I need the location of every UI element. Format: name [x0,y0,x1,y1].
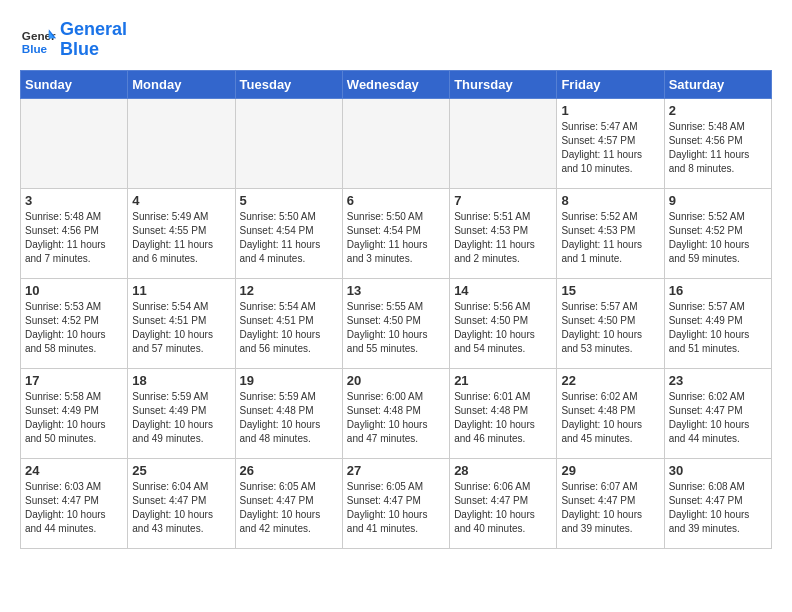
calendar-cell: 9Sunrise: 5:52 AM Sunset: 4:52 PM Daylig… [664,188,771,278]
day-info: Sunrise: 5:47 AM Sunset: 4:57 PM Dayligh… [561,120,659,176]
calendar-cell: 23Sunrise: 6:02 AM Sunset: 4:47 PM Dayli… [664,368,771,458]
calendar-cell [21,98,128,188]
day-number: 26 [240,463,338,478]
calendar-cell: 24Sunrise: 6:03 AM Sunset: 4:47 PM Dayli… [21,458,128,548]
day-number: 13 [347,283,445,298]
calendar-table: SundayMondayTuesdayWednesdayThursdayFrid… [20,70,772,549]
day-info: Sunrise: 5:48 AM Sunset: 4:56 PM Dayligh… [669,120,767,176]
day-info: Sunrise: 5:58 AM Sunset: 4:49 PM Dayligh… [25,390,123,446]
weekday-header-sunday: Sunday [21,70,128,98]
weekday-header-wednesday: Wednesday [342,70,449,98]
day-number: 28 [454,463,552,478]
calendar-cell: 17Sunrise: 5:58 AM Sunset: 4:49 PM Dayli… [21,368,128,458]
day-info: Sunrise: 5:56 AM Sunset: 4:50 PM Dayligh… [454,300,552,356]
weekday-header-friday: Friday [557,70,664,98]
day-number: 10 [25,283,123,298]
calendar-cell: 14Sunrise: 5:56 AM Sunset: 4:50 PM Dayli… [450,278,557,368]
calendar-cell: 11Sunrise: 5:54 AM Sunset: 4:51 PM Dayli… [128,278,235,368]
day-number: 9 [669,193,767,208]
calendar-cell: 19Sunrise: 5:59 AM Sunset: 4:48 PM Dayli… [235,368,342,458]
calendar-cell: 21Sunrise: 6:01 AM Sunset: 4:48 PM Dayli… [450,368,557,458]
calendar-cell: 10Sunrise: 5:53 AM Sunset: 4:52 PM Dayli… [21,278,128,368]
day-info: Sunrise: 6:02 AM Sunset: 4:47 PM Dayligh… [669,390,767,446]
logo-text-line2: Blue [60,40,127,60]
day-info: Sunrise: 6:06 AM Sunset: 4:47 PM Dayligh… [454,480,552,536]
calendar-cell: 2Sunrise: 5:48 AM Sunset: 4:56 PM Daylig… [664,98,771,188]
calendar-cell: 3Sunrise: 5:48 AM Sunset: 4:56 PM Daylig… [21,188,128,278]
calendar-cell: 13Sunrise: 5:55 AM Sunset: 4:50 PM Dayli… [342,278,449,368]
day-info: Sunrise: 6:07 AM Sunset: 4:47 PM Dayligh… [561,480,659,536]
day-number: 5 [240,193,338,208]
day-number: 24 [25,463,123,478]
day-number: 18 [132,373,230,388]
day-info: Sunrise: 5:52 AM Sunset: 4:53 PM Dayligh… [561,210,659,266]
day-number: 29 [561,463,659,478]
calendar-cell: 18Sunrise: 5:59 AM Sunset: 4:49 PM Dayli… [128,368,235,458]
day-info: Sunrise: 6:08 AM Sunset: 4:47 PM Dayligh… [669,480,767,536]
day-info: Sunrise: 5:49 AM Sunset: 4:55 PM Dayligh… [132,210,230,266]
calendar-cell: 29Sunrise: 6:07 AM Sunset: 4:47 PM Dayli… [557,458,664,548]
weekday-header-tuesday: Tuesday [235,70,342,98]
day-number: 20 [347,373,445,388]
day-info: Sunrise: 5:50 AM Sunset: 4:54 PM Dayligh… [240,210,338,266]
calendar-cell: 25Sunrise: 6:04 AM Sunset: 4:47 PM Dayli… [128,458,235,548]
svg-text:Blue: Blue [22,41,48,54]
calendar-cell [235,98,342,188]
weekday-header-saturday: Saturday [664,70,771,98]
weekday-header-monday: Monday [128,70,235,98]
logo: General Blue General Blue [20,20,127,60]
calendar-cell: 28Sunrise: 6:06 AM Sunset: 4:47 PM Dayli… [450,458,557,548]
day-info: Sunrise: 5:48 AM Sunset: 4:56 PM Dayligh… [25,210,123,266]
day-number: 21 [454,373,552,388]
day-info: Sunrise: 6:03 AM Sunset: 4:47 PM Dayligh… [25,480,123,536]
calendar-cell: 12Sunrise: 5:54 AM Sunset: 4:51 PM Dayli… [235,278,342,368]
day-number: 15 [561,283,659,298]
calendar-cell: 27Sunrise: 6:05 AM Sunset: 4:47 PM Dayli… [342,458,449,548]
page-header: General Blue General Blue [20,20,772,60]
day-info: Sunrise: 5:51 AM Sunset: 4:53 PM Dayligh… [454,210,552,266]
day-number: 16 [669,283,767,298]
day-info: Sunrise: 5:50 AM Sunset: 4:54 PM Dayligh… [347,210,445,266]
day-info: Sunrise: 5:54 AM Sunset: 4:51 PM Dayligh… [132,300,230,356]
day-number: 25 [132,463,230,478]
calendar-cell: 30Sunrise: 6:08 AM Sunset: 4:47 PM Dayli… [664,458,771,548]
day-number: 7 [454,193,552,208]
day-number: 2 [669,103,767,118]
day-info: Sunrise: 6:02 AM Sunset: 4:48 PM Dayligh… [561,390,659,446]
day-number: 27 [347,463,445,478]
day-number: 22 [561,373,659,388]
calendar-cell: 8Sunrise: 5:52 AM Sunset: 4:53 PM Daylig… [557,188,664,278]
calendar-cell [128,98,235,188]
calendar-cell [450,98,557,188]
day-number: 17 [25,373,123,388]
calendar-cell: 7Sunrise: 5:51 AM Sunset: 4:53 PM Daylig… [450,188,557,278]
day-info: Sunrise: 6:04 AM Sunset: 4:47 PM Dayligh… [132,480,230,536]
day-info: Sunrise: 5:57 AM Sunset: 4:50 PM Dayligh… [561,300,659,356]
day-number: 3 [25,193,123,208]
day-info: Sunrise: 5:59 AM Sunset: 4:49 PM Dayligh… [132,390,230,446]
calendar-cell: 15Sunrise: 5:57 AM Sunset: 4:50 PM Dayli… [557,278,664,368]
day-info: Sunrise: 6:00 AM Sunset: 4:48 PM Dayligh… [347,390,445,446]
calendar-cell: 26Sunrise: 6:05 AM Sunset: 4:47 PM Dayli… [235,458,342,548]
calendar-cell: 5Sunrise: 5:50 AM Sunset: 4:54 PM Daylig… [235,188,342,278]
calendar-cell [342,98,449,188]
day-info: Sunrise: 6:01 AM Sunset: 4:48 PM Dayligh… [454,390,552,446]
day-number: 11 [132,283,230,298]
day-info: Sunrise: 5:52 AM Sunset: 4:52 PM Dayligh… [669,210,767,266]
logo-icon: General Blue [20,22,56,58]
calendar-cell: 6Sunrise: 5:50 AM Sunset: 4:54 PM Daylig… [342,188,449,278]
day-number: 1 [561,103,659,118]
calendar-cell: 1Sunrise: 5:47 AM Sunset: 4:57 PM Daylig… [557,98,664,188]
day-info: Sunrise: 5:57 AM Sunset: 4:49 PM Dayligh… [669,300,767,356]
day-number: 6 [347,193,445,208]
day-number: 8 [561,193,659,208]
weekday-header-thursday: Thursday [450,70,557,98]
day-number: 14 [454,283,552,298]
day-info: Sunrise: 5:53 AM Sunset: 4:52 PM Dayligh… [25,300,123,356]
calendar-cell: 20Sunrise: 6:00 AM Sunset: 4:48 PM Dayli… [342,368,449,458]
calendar-cell: 22Sunrise: 6:02 AM Sunset: 4:48 PM Dayli… [557,368,664,458]
day-number: 30 [669,463,767,478]
day-number: 19 [240,373,338,388]
day-number: 4 [132,193,230,208]
day-info: Sunrise: 6:05 AM Sunset: 4:47 PM Dayligh… [347,480,445,536]
